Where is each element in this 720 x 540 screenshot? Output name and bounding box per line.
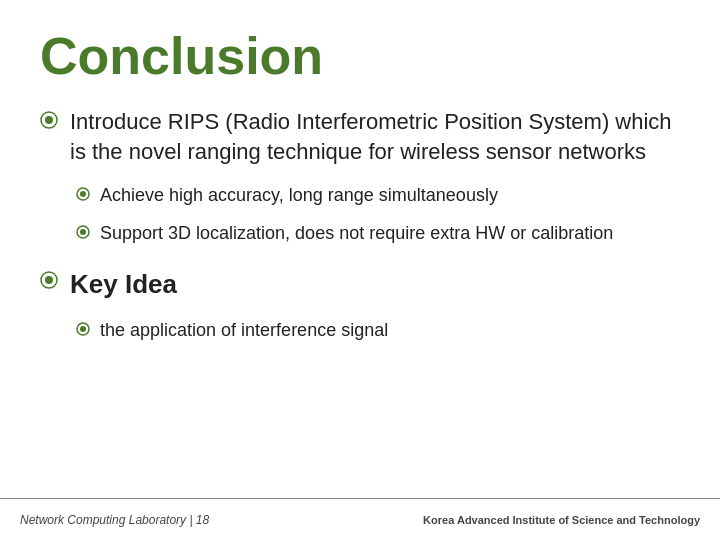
key-idea-label: Key Idea	[70, 267, 177, 302]
svg-point-3	[80, 191, 86, 197]
svg-point-5	[80, 229, 86, 235]
sub-bullet-text-1: Achieve high accuracy, long range simult…	[100, 183, 498, 207]
svg-point-1	[45, 116, 53, 124]
svg-point-9	[80, 326, 86, 332]
main-bullet-1: Introduce RIPS (Radio Interferometric Po…	[40, 107, 680, 166]
key-idea-sub-text-1: the application of interference signal	[100, 318, 388, 342]
key-idea-sub-icon-1	[76, 322, 90, 340]
footer-left: Network Computing Laboratory | 18	[20, 513, 209, 527]
footer-right: Korea Advanced Institute of Science and …	[423, 514, 700, 526]
sub-bullet-2: Support 3D localization, does not requir…	[76, 221, 680, 245]
sub-bullet-icon-2	[76, 225, 90, 243]
key-idea-item: Key Idea	[40, 267, 680, 302]
content-area: Introduce RIPS (Radio Interferometric Po…	[40, 107, 680, 490]
slide: Conclusion Introduce RIPS (Radio Interfe…	[0, 0, 720, 540]
footer: Network Computing Laboratory | 18 Korea …	[0, 498, 720, 540]
sub-bullet-text-2: Support 3D localization, does not requir…	[100, 221, 613, 245]
key-idea-icon	[40, 271, 58, 293]
key-idea-sub-bullet-1: the application of interference signal	[76, 318, 680, 342]
svg-point-7	[45, 276, 53, 284]
sub-bullet-icon-1	[76, 187, 90, 205]
sub-bullet-1: Achieve high accuracy, long range simult…	[76, 183, 680, 207]
main-bullet-text-1: Introduce RIPS (Radio Interferometric Po…	[70, 107, 680, 166]
bullet-icon-1	[40, 111, 58, 133]
slide-title: Conclusion	[40, 28, 680, 85]
